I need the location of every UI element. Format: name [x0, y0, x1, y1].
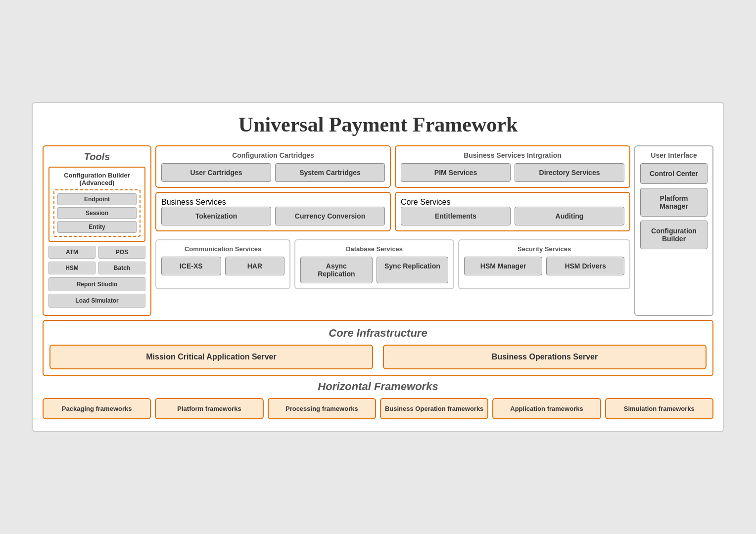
core-services-panel: Core Services Entitlements Auditing	[395, 192, 630, 231]
business-services-panel: Business Services Tokenization Currency …	[155, 192, 391, 231]
mission-critical-box[interactable]: Mission Critical Application Server	[49, 345, 373, 369]
sec-services-panel: Security Services HSM Manager HSM Driver…	[458, 239, 630, 289]
business-operation-frameworks-box[interactable]: Business Operation frameworks	[380, 398, 488, 419]
bsi-label: Business Services Intrgration	[401, 151, 624, 159]
bsi-panel: Business Services Intrgration PIM Servic…	[395, 145, 630, 188]
ui-panel-title: User Interface	[640, 151, 708, 159]
config-cartridges-items: User Cartridges System Cartridges	[161, 163, 385, 182]
tokenization-box[interactable]: Tokenization	[161, 207, 271, 225]
endpoint-box[interactable]: Endpoint	[57, 193, 137, 205]
config-cartridges-panel: Configuration Cartridges User Cartridges…	[155, 145, 391, 188]
pos-box[interactable]: POS	[98, 246, 145, 259]
session-box[interactable]: Session	[57, 207, 137, 219]
db-services-label: Database Services	[300, 245, 448, 253]
directory-services-box[interactable]: Directory Services	[515, 163, 624, 182]
system-cartridges-box[interactable]: System Cartridges	[275, 163, 385, 182]
async-replication-box[interactable]: Async Replication	[300, 257, 372, 283]
main-container: Universal Payment Framework Tools Config…	[32, 102, 724, 432]
hsm-box[interactable]: HSM	[48, 262, 95, 274]
ui-panel: User Interface Control Center Platform M…	[634, 145, 713, 316]
business-services-label: Business Services	[161, 198, 385, 207]
config-builder-advanced-box: Configuration Builder (Advanced) Endpoin…	[48, 167, 145, 242]
core-infra-section: Core Infrastructure Mission Critical App…	[43, 320, 713, 376]
entity-box[interactable]: Entity	[57, 221, 137, 233]
control-center-box[interactable]: Control Center	[640, 163, 708, 184]
hsm-manager-box[interactable]: HSM Manager	[464, 257, 542, 275]
auditing-box[interactable]: Auditing	[515, 207, 624, 225]
entitlements-box[interactable]: Entitlements	[401, 207, 511, 225]
top-row-panels: Configuration Cartridges User Cartridges…	[155, 145, 630, 188]
db-services-items: Async Replication Sync Replication	[300, 257, 448, 283]
processing-frameworks-box[interactable]: Processing frameworks	[268, 398, 376, 419]
application-frameworks-box[interactable]: Application frameworks	[492, 398, 601, 419]
ice-xs-box[interactable]: ICE-XS	[161, 257, 221, 275]
har-box[interactable]: HAR	[225, 257, 285, 275]
business-ops-box[interactable]: Business Operations Server	[383, 345, 707, 369]
tools-panel: Tools Configuration Builder (Advanced) E…	[43, 145, 151, 316]
horiz-title: Horizontal Frameworks	[43, 380, 713, 393]
core-infra-boxes: Mission Critical Application Server Busi…	[49, 345, 707, 369]
comm-services-panel: Communication Services ICE-XS HAR	[155, 239, 290, 289]
business-services-items: Tokenization Currency Conversion	[161, 207, 385, 225]
comm-services-label: Communication Services	[161, 245, 284, 253]
sec-services-items: HSM Manager HSM Drivers	[464, 257, 624, 275]
report-studio-box[interactable]: Report Stiudio	[48, 277, 145, 291]
core-services-items: Entitlements Auditing	[401, 207, 624, 225]
tools-row-1: ATM POS	[48, 246, 145, 259]
packaging-frameworks-box[interactable]: Packaging frameworks	[43, 398, 151, 419]
simulation-frameworks-box[interactable]: Simulation frameworks	[605, 398, 713, 419]
bsi-items: PIM Services Directory Services	[401, 163, 624, 182]
horiz-boxes: Packaging frameworks Platform frameworks…	[43, 398, 713, 419]
platform-manager-box[interactable]: Platform Manager	[640, 188, 708, 217]
user-cartridges-box[interactable]: User Cartridges	[161, 163, 271, 182]
tools-title: Tools	[48, 151, 145, 163]
sync-replication-box[interactable]: Sync Replication	[377, 257, 448, 283]
ui-config-builder-box[interactable]: Configuration Builder	[640, 221, 708, 249]
config-cartridges-label: Configuration Cartridges	[161, 151, 385, 159]
comm-services-items: ICE-XS HAR	[161, 257, 284, 275]
platform-frameworks-box[interactable]: Platform frameworks	[155, 398, 263, 419]
config-builder-advanced-title: Configuration Builder (Advanced)	[53, 172, 141, 186]
second-row-panels: Business Services Tokenization Currency …	[155, 192, 630, 231]
center-panels: Configuration Cartridges User Cartridges…	[155, 145, 630, 316]
db-services-panel: Database Services Async Replication Sync…	[294, 239, 454, 289]
sec-services-label: Security Services	[464, 245, 624, 253]
load-simulator-box[interactable]: Load Simulator	[48, 294, 145, 308]
currency-conversion-box[interactable]: Currency Conversion	[275, 207, 385, 225]
tools-row-2: HSM Batch	[48, 262, 145, 274]
top-wrapper: Tools Configuration Builder (Advanced) E…	[43, 145, 713, 316]
horiz-frameworks-section: Horizontal Frameworks Packaging framewor…	[43, 380, 713, 419]
core-infra-title: Core Infrastructure	[49, 327, 707, 340]
pim-services-box[interactable]: PIM Services	[401, 163, 511, 182]
page-title: Universal Payment Framework	[43, 113, 713, 136]
config-builder-dashed: Endpoint Session Entity	[53, 189, 141, 237]
hsm-drivers-box[interactable]: HSM Drivers	[546, 257, 624, 275]
batch-box[interactable]: Batch	[98, 262, 145, 274]
atm-box[interactable]: ATM	[48, 246, 95, 259]
core-services-label: Core Services	[401, 198, 624, 207]
third-row-panels: Communication Services ICE-XS HAR Databa…	[155, 239, 630, 289]
